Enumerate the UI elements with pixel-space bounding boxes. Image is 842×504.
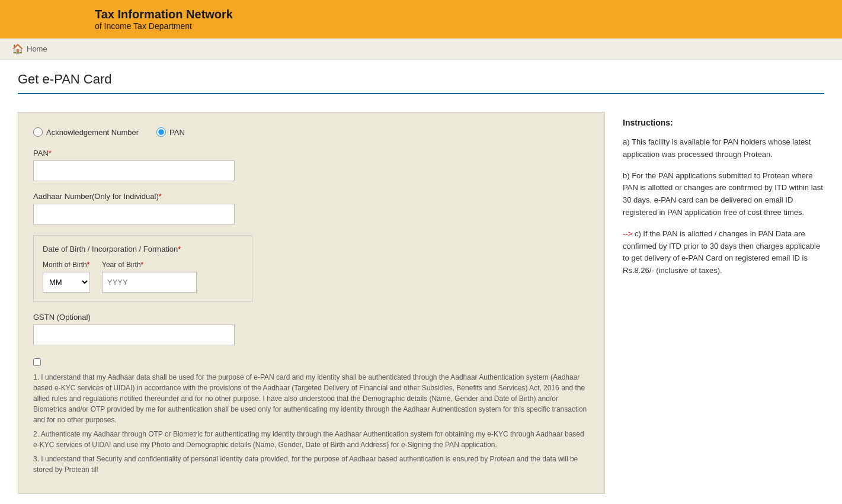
instruction-item-b: b) For the PAN applications submitted to… (623, 170, 824, 219)
year-input[interactable] (102, 272, 197, 293)
year-label: Year of Birth* (102, 261, 197, 269)
dob-section: Date of Birth / Incorporation / Formatio… (33, 235, 252, 302)
page-title: Get e-PAN Card (18, 72, 824, 87)
year-field: Year of Birth* (102, 261, 197, 293)
checkbox-row (33, 357, 590, 366)
header: Tax Information Network of Income Tax De… (0, 0, 842, 38)
form-panel: Acknowledgement Number PAN PAN* Aadhaar … (18, 112, 605, 494)
pan-label: PAN* (33, 149, 590, 158)
pan-field-group: PAN* (33, 149, 590, 181)
terms-item2: 2. Authenticate my Aadhaar through OTP o… (33, 429, 590, 450)
gstn-label: GSTN (Optional) (33, 313, 590, 322)
month-label: Month of Birth* (43, 261, 90, 269)
header-logo: Tax Information Network of Income Tax De… (95, 8, 233, 31)
aadhaar-input[interactable] (33, 204, 235, 224)
main-content: Acknowledgement Number PAN PAN* Aadhaar … (0, 100, 842, 504)
terms-item1: 1. I understand that my Aadhaar data sha… (33, 372, 590, 425)
title-divider (18, 93, 824, 94)
radio-acknowledgement[interactable]: Acknowledgement Number (33, 127, 139, 137)
radio-pan[interactable]: PAN (156, 127, 185, 137)
instructions-panel: Instructions: a) This facility is availa… (623, 112, 824, 494)
month-select[interactable]: MM 01 02 03 04 05 06 07 08 09 10 11 12 (43, 272, 90, 293)
radio-pan-input[interactable] (156, 127, 166, 137)
aadhaar-label: Aadhaar Number(Only for Individual)* (33, 192, 590, 201)
radio-acknowledgement-label: Acknowledgement Number (46, 128, 139, 137)
header-title-line2: of Income Tax Department (95, 21, 192, 31)
instruction-item-a: a) This facility is available for PAN ho… (623, 136, 824, 161)
page-title-area: Get e-PAN Card (0, 60, 842, 100)
home-icon: 🏠 (12, 43, 24, 54)
nav-bar: 🏠 Home (0, 38, 842, 60)
header-title-line1: Tax Information Network (95, 8, 233, 21)
instruction-c-arrow: --> (623, 229, 635, 238)
month-field: Month of Birth* MM 01 02 03 04 05 06 07 … (43, 261, 90, 293)
aadhaar-field-group: Aadhaar Number(Only for Individual)* (33, 192, 590, 224)
radio-pan-label: PAN (169, 128, 185, 137)
terms-checkbox[interactable] (33, 358, 41, 366)
home-link[interactable]: Home (27, 44, 47, 53)
instructions-title: Instructions: (623, 118, 824, 127)
dob-section-label: Date of Birth / Incorporation / Formatio… (43, 245, 243, 253)
terms-item3: 3. I understand that Security and confid… (33, 454, 590, 475)
instruction-item-c: --> c) If the PAN is allotted / changes … (623, 228, 824, 277)
gstn-field-group: GSTN (Optional) (33, 313, 590, 345)
checkbox-area (33, 357, 590, 366)
radio-acknowledgement-input[interactable] (33, 127, 43, 137)
radio-group: Acknowledgement Number PAN (33, 127, 590, 137)
pan-input[interactable] (33, 160, 235, 181)
terms-text: 1. I understand that my Aadhaar data sha… (33, 372, 590, 475)
dob-fields: Month of Birth* MM 01 02 03 04 05 06 07 … (43, 261, 243, 293)
instruction-c-text: c) If the PAN is allotted / changes in P… (623, 229, 820, 275)
gstn-input[interactable] (33, 325, 235, 345)
